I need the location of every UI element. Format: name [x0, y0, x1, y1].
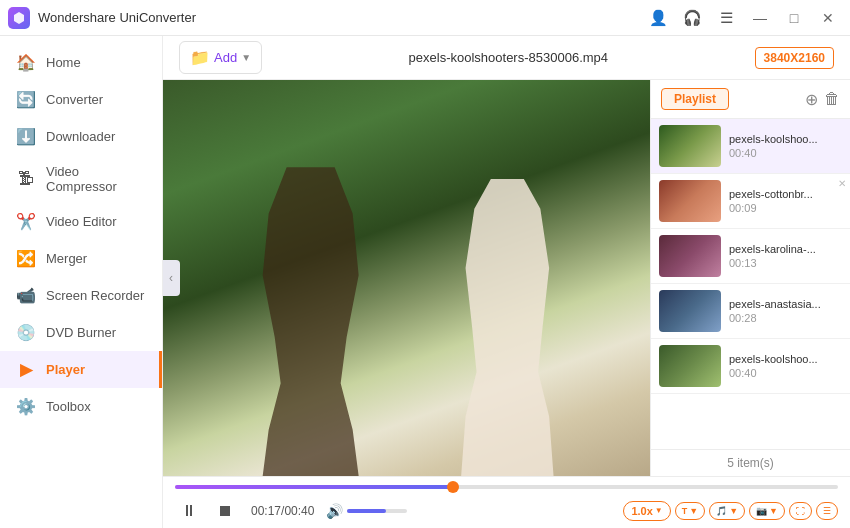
playlist-info-2: pexels-cottonbr... 00:09 — [729, 188, 842, 214]
speed-dropdown-icon: ▼ — [655, 506, 663, 515]
playlist-footer: 5 item(s) — [651, 449, 850, 476]
figure-right — [452, 179, 562, 476]
sidebar-item-video-compressor[interactable]: 🗜 Video Compressor — [0, 155, 162, 203]
playlist-count: 5 item(s) — [727, 456, 774, 470]
app-title: Wondershare UniConverter — [38, 10, 196, 25]
playlist-item[interactable]: pexels-cottonbr... 00:09 ✕ — [651, 174, 850, 229]
playlist-duration-4: 00:28 — [729, 312, 842, 324]
stop-icon: ⏹ — [217, 502, 233, 520]
fullscreen-icon: ⛶ — [796, 506, 805, 516]
controls-bar: ⏸ ⏹ 00:17/00:40 🔊 1.0x ▼ — [163, 476, 850, 528]
playlist-panel: Playlist ⊕ 🗑 pexels-koolshoo... 00:40 — [650, 80, 850, 476]
headphone-icon[interactable]: 🎧 — [678, 4, 706, 32]
content-area: 📁 Add ▼ pexels-koolshooters-8530006.mp4 … — [163, 36, 850, 528]
playlist-icon: ☰ — [823, 506, 831, 516]
time-display: 00:17/00:40 — [251, 504, 314, 518]
sidebar-item-toolbox[interactable]: ⚙️ Toolbox — [0, 388, 162, 425]
recorder-icon: 📹 — [16, 286, 36, 305]
editor-icon: ✂️ — [16, 212, 36, 231]
playlist-name-4: pexels-anastasia... — [729, 298, 842, 310]
sidebar-item-downloader[interactable]: ⬇️ Downloader — [0, 118, 162, 155]
audio-icon: 🎵 — [716, 506, 727, 516]
fullscreen-button[interactable]: ⛶ — [789, 502, 812, 520]
playlist-duration-2: 00:09 — [729, 202, 842, 214]
figure-left — [251, 167, 371, 476]
playlist-info-1: pexels-koolshoo... 00:40 — [729, 133, 842, 159]
add-icon: 📁 — [190, 48, 210, 67]
compressor-icon: 🗜 — [16, 170, 36, 188]
volume-icon[interactable]: 🔊 — [326, 503, 343, 519]
sidebar: 🏠 Home 🔄 Converter ⬇️ Downloader 🗜 Video… — [0, 36, 163, 528]
sidebar-item-player[interactable]: ▶ Player — [0, 351, 162, 388]
titlebar-left: Wondershare UniConverter — [8, 7, 196, 29]
playlist-tab[interactable]: Playlist — [661, 88, 729, 110]
maximize-button[interactable]: □ — [780, 7, 808, 29]
playlist-name-2: pexels-cottonbr... — [729, 188, 842, 200]
play-pause-icon: ⏸ — [181, 502, 197, 520]
sidebar-label-recorder: Screen Recorder — [46, 288, 144, 303]
playlist-actions: ⊕ 🗑 — [805, 90, 840, 109]
stop-button[interactable]: ⏹ — [211, 497, 239, 525]
playlist-name-3: pexels-karolina-... — [729, 243, 842, 255]
sidebar-item-home[interactable]: 🏠 Home — [0, 44, 162, 81]
sidebar-item-screen-recorder[interactable]: 📹 Screen Recorder — [0, 277, 162, 314]
delete-from-playlist-button[interactable]: 🗑 — [824, 90, 840, 108]
sidebar-item-merger[interactable]: 🔀 Merger — [0, 240, 162, 277]
progress-track[interactable] — [175, 485, 838, 489]
playlist-item[interactable]: pexels-koolshoo... 00:40 — [651, 119, 850, 174]
progress-thumb[interactable] — [447, 481, 459, 493]
screenshot-icon: 📷 — [756, 506, 767, 516]
playlist-item[interactable]: pexels-anastasia... 00:28 — [651, 284, 850, 339]
sidebar-label-home: Home — [46, 55, 81, 70]
playlist-duration-5: 00:40 — [729, 367, 842, 379]
close-button[interactable]: ✕ — [814, 7, 842, 29]
current-time: 00:17 — [251, 504, 281, 518]
playlist-toggle-button[interactable]: ☰ — [816, 502, 838, 520]
screenshot-button[interactable]: 📷 ▼ — [749, 502, 785, 520]
downloader-icon: ⬇️ — [16, 127, 36, 146]
audio-button[interactable]: 🎵 ▼ — [709, 502, 745, 520]
add-dropdown-icon: ▼ — [241, 52, 251, 63]
speed-button[interactable]: 1.0x ▼ — [623, 501, 670, 521]
volume-slider[interactable] — [347, 509, 407, 513]
controls-right: 1.0x ▼ T ▼ 🎵 ▼ 📷 ▼ — [623, 501, 838, 521]
sidebar-label-compressor: Video Compressor — [46, 164, 146, 194]
playlist-duration-3: 00:13 — [729, 257, 842, 269]
playlist-thumb-2 — [659, 180, 721, 222]
collapse-sidebar-button[interactable]: ‹ — [163, 260, 180, 296]
sidebar-label-editor: Video Editor — [46, 214, 117, 229]
controls-row: ⏸ ⏹ 00:17/00:40 🔊 1.0x ▼ — [175, 493, 838, 528]
merger-icon: 🔀 — [16, 249, 36, 268]
subtitle-button[interactable]: T ▼ — [675, 502, 705, 520]
playlist-thumb-1 — [659, 125, 721, 167]
top-bar: 📁 Add ▼ pexels-koolshooters-8530006.mp4 … — [163, 36, 850, 80]
subtitle-dropdown-icon: ▼ — [689, 506, 698, 516]
playlist-info-4: pexels-anastasia... 00:28 — [729, 298, 842, 324]
menu-icon[interactable]: ☰ — [712, 4, 740, 32]
sidebar-item-dvd-burner[interactable]: 💿 DVD Burner — [0, 314, 162, 351]
playlist-item[interactable]: pexels-koolshoo... 00:40 — [651, 339, 850, 394]
sidebar-label-toolbox: Toolbox — [46, 399, 91, 414]
user-icon[interactable]: 👤 — [644, 4, 672, 32]
playlist-name-1: pexels-koolshoo... — [729, 133, 842, 145]
remove-item-2-button[interactable]: ✕ — [838, 178, 846, 189]
app-logo — [8, 7, 30, 29]
sidebar-label-downloader: Downloader — [46, 129, 115, 144]
screenshot-dropdown-icon: ▼ — [769, 506, 778, 516]
add-file-button[interactable]: 📁 Add ▼ — [179, 41, 262, 74]
sidebar-item-converter[interactable]: 🔄 Converter — [0, 81, 162, 118]
sidebar-label-merger: Merger — [46, 251, 87, 266]
add-to-playlist-button[interactable]: ⊕ — [805, 90, 818, 109]
playlist-item[interactable]: pexels-karolina-... 00:13 — [651, 229, 850, 284]
video-frame — [163, 80, 650, 476]
play-pause-button[interactable]: ⏸ — [175, 497, 203, 525]
home-icon: 🏠 — [16, 53, 36, 72]
add-button-label: Add — [214, 50, 237, 65]
sidebar-label-converter: Converter — [46, 92, 103, 107]
volume-fill — [347, 509, 386, 513]
minimize-button[interactable]: — — [746, 7, 774, 29]
video-area[interactable] — [163, 80, 650, 476]
sidebar-label-dvd: DVD Burner — [46, 325, 116, 340]
playlist-info-5: pexels-koolshoo... 00:40 — [729, 353, 842, 379]
sidebar-item-video-editor[interactable]: ✂️ Video Editor — [0, 203, 162, 240]
